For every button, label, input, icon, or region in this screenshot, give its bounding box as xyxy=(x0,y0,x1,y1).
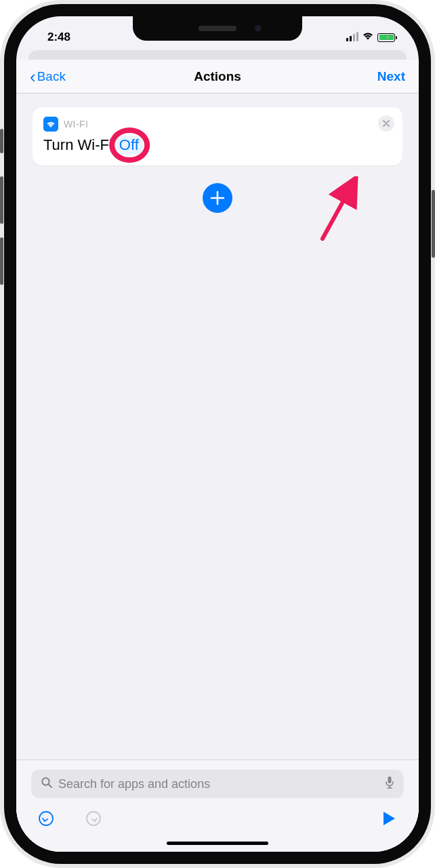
search-icon xyxy=(41,776,53,792)
bottom-panel xyxy=(16,760,419,852)
silence-switch xyxy=(0,129,3,153)
status-time: 2:48 xyxy=(47,31,70,44)
redo-button[interactable] xyxy=(84,809,103,828)
device-notch xyxy=(133,16,302,41)
page-title: Actions xyxy=(194,69,241,84)
svg-point-5 xyxy=(39,812,53,825)
content-area: WI-FI Turn Wi-Fi Off xyxy=(16,94,419,852)
remove-action-button[interactable] xyxy=(378,115,394,132)
add-action-button[interactable] xyxy=(203,183,232,213)
run-button[interactable] xyxy=(379,809,398,828)
wifi-icon xyxy=(43,117,58,132)
svg-point-6 xyxy=(87,812,100,825)
battery-status-icon: ⚡︎ xyxy=(377,33,397,42)
cellular-signal-icon xyxy=(346,33,358,41)
nav-header: ‹ Back Actions Next xyxy=(16,60,419,94)
action-parameter-label: Off xyxy=(119,136,139,153)
search-bar[interactable] xyxy=(31,770,404,798)
background-sheet xyxy=(28,50,407,60)
search-input[interactable] xyxy=(58,777,379,791)
home-indicator[interactable] xyxy=(167,842,268,845)
action-parameter-toggle[interactable]: Off xyxy=(115,136,143,155)
back-button[interactable]: ‹ Back xyxy=(30,68,66,85)
wifi-status-icon xyxy=(362,31,374,43)
microphone-icon[interactable] xyxy=(385,776,394,793)
chevron-left-icon: ‹ xyxy=(30,68,36,85)
svg-rect-2 xyxy=(388,776,392,783)
action-text: Turn Wi-Fi xyxy=(43,136,112,154)
action-category-label: WI-FI xyxy=(64,119,88,130)
volume-down-button xyxy=(0,237,3,285)
power-button xyxy=(432,190,435,258)
volume-up-button xyxy=(0,176,3,224)
action-card-wifi[interactable]: WI-FI Turn Wi-Fi Off xyxy=(33,107,402,165)
svg-line-1 xyxy=(49,784,52,787)
undo-button[interactable] xyxy=(37,809,56,828)
next-button[interactable]: Next xyxy=(377,69,405,84)
back-label: Back xyxy=(37,69,66,84)
